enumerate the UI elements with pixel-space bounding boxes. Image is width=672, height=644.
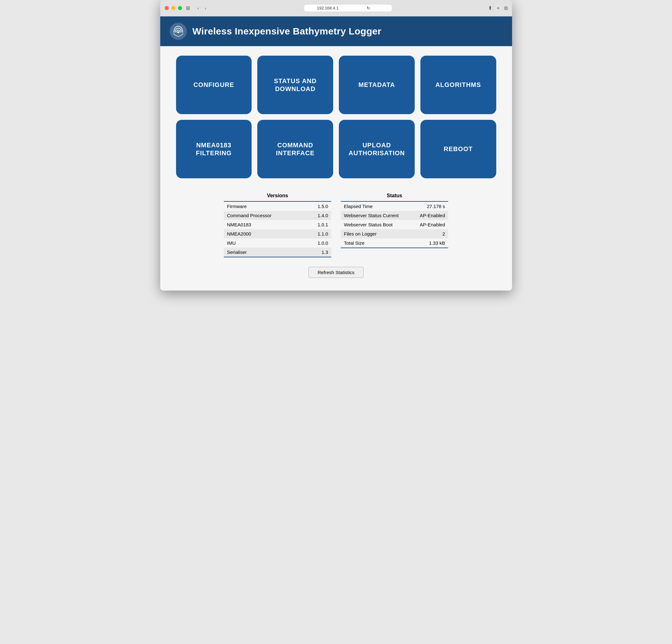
status-download-button[interactable]: STATUS ANDDOWNLOAD: [257, 56, 333, 114]
address-bar: 192.168.4.1 ↻: [211, 4, 486, 12]
status-name: Elapsed Time: [341, 201, 411, 211]
nav-button-grid: CONFIGURE STATUS ANDDOWNLOAD METADATA AL…: [176, 56, 496, 178]
status-name: Total Size: [341, 238, 411, 248]
versions-table: Versions Firmware1.5.0Command Processor1…: [224, 191, 331, 257]
table-row: NMEA20001.1.0: [224, 229, 331, 238]
reload-icon[interactable]: ↻: [349, 6, 387, 10]
tables-section: Versions Firmware1.5.0Command Processor1…: [176, 191, 496, 257]
versions-table-wrap: Versions Firmware1.5.0Command Processor1…: [224, 191, 331, 257]
version-name: IMU: [224, 238, 304, 248]
browser-window: ⊞ ‹ › 192.168.4.1 ↻ ⬆ + ⧉: [160, 0, 512, 290]
status-value: 1.33 kB: [411, 238, 448, 248]
command-interface-button[interactable]: COMMANDINTERFACE: [257, 120, 333, 178]
url-text[interactable]: 192.168.4.1: [309, 6, 347, 10]
site-header: Wireless Inexpensive Bathymetry Logger: [160, 16, 512, 46]
table-row: Webserver Status CurrentAP-Enabled: [341, 211, 448, 220]
versions-header: Versions: [224, 191, 331, 201]
forward-button[interactable]: ›: [203, 5, 208, 11]
refresh-statistics-button[interactable]: Refresh Statistics: [309, 267, 364, 278]
table-row: IMU1.0.0: [224, 238, 331, 248]
main-body: CONFIGURE STATUS ANDDOWNLOAD METADATA AL…: [160, 46, 512, 290]
version-name: Firmware: [224, 201, 304, 211]
table-row: Files on Logger2: [341, 229, 448, 238]
share-button[interactable]: ⬆: [488, 5, 492, 11]
fullscreen-icon[interactable]: [178, 6, 182, 10]
upload-authorisation-button[interactable]: UPLOADAUTHORISATION: [339, 120, 415, 178]
tab-overview-button[interactable]: ⧉: [504, 5, 508, 11]
new-tab-button[interactable]: +: [496, 5, 500, 11]
version-value: 1.4.0: [304, 211, 331, 220]
status-value: AP-Enabled: [411, 220, 448, 229]
algorithms-button[interactable]: ALGORITHMS: [420, 56, 496, 114]
status-table: Status Elapsed Time27.178 sWebserver Sta…: [341, 191, 448, 248]
reboot-button[interactable]: REBOOT: [420, 120, 496, 178]
version-value: 1.0.1: [304, 220, 331, 229]
logo-svg: [172, 25, 184, 37]
status-name: Webserver Status Current: [341, 211, 411, 220]
status-header: Status: [341, 191, 448, 201]
nmea0183-button[interactable]: NMEA0183FILTERING: [176, 120, 252, 178]
status-value: 2: [411, 229, 448, 238]
svg-point-0: [177, 31, 179, 33]
version-value: 1.0.0: [304, 238, 331, 248]
table-row: Firmware1.5.0: [224, 201, 331, 211]
site-title: Wireless Inexpensive Bathymetry Logger: [192, 26, 382, 37]
minimize-icon[interactable]: [171, 6, 176, 10]
logo-icon: [170, 23, 187, 40]
table-row: Elapsed Time27.178 s: [341, 201, 448, 211]
status-table-wrap: Status Elapsed Time27.178 sWebserver Sta…: [341, 191, 448, 248]
status-name: Files on Logger: [341, 229, 411, 238]
back-button[interactable]: ‹: [196, 5, 201, 11]
version-value: 1.3: [304, 248, 331, 257]
titlebar: ⊞ ‹ › 192.168.4.1 ↻ ⬆ + ⧉: [160, 0, 512, 16]
table-row: Command Processor1.4.0: [224, 211, 331, 220]
table-row: Serialiser1.3: [224, 248, 331, 257]
configure-button[interactable]: CONFIGURE: [176, 56, 252, 114]
version-name: NMEA2000: [224, 229, 304, 238]
close-icon[interactable]: [165, 6, 169, 10]
version-value: 1.1.0: [304, 229, 331, 238]
sidebar-toggle-button[interactable]: ⊞: [186, 5, 190, 11]
version-name: NMEA0183: [224, 220, 304, 229]
metadata-button[interactable]: METADATA: [339, 56, 415, 114]
page-content: Wireless Inexpensive Bathymetry Logger C…: [160, 16, 512, 290]
status-value: 27.178 s: [411, 201, 448, 211]
table-row: NMEA01831.0.1: [224, 220, 331, 229]
status-value: AP-Enabled: [411, 211, 448, 220]
table-row: Total Size1.33 kB: [341, 238, 448, 248]
version-name: Command Processor: [224, 211, 304, 220]
version-value: 1.5.0: [304, 201, 331, 211]
version-name: Serialiser: [224, 248, 304, 257]
refresh-row: Refresh Statistics: [176, 267, 496, 278]
status-name: Webserver Status Boot: [341, 220, 411, 229]
table-row: Webserver Status BootAP-Enabled: [341, 220, 448, 229]
